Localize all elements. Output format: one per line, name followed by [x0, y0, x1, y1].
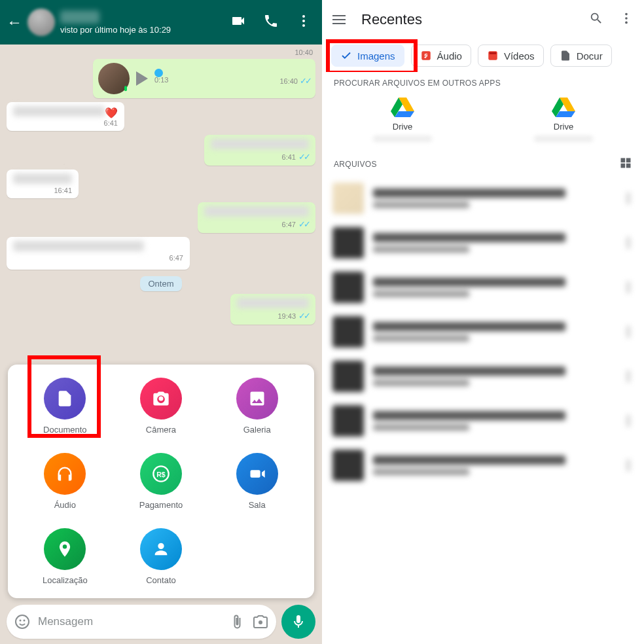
attach-gallery[interactable]: Galeria [209, 378, 305, 435]
attach-label: Áudio [54, 500, 76, 510]
attachment-sheet: Documento Câmera Galeria Áudio R$ Pagame… [8, 365, 314, 598]
app-drive[interactable]: Drive [534, 97, 593, 142]
attach-document[interactable]: Documento [17, 378, 113, 435]
attach-room[interactable]: Sala [209, 453, 305, 510]
read-ticks-icon: ✓✓ [298, 311, 309, 321]
back-arrow-icon[interactable]: ← [7, 13, 22, 31]
app-account [373, 135, 432, 142]
chip-label: Vídeos [504, 50, 535, 62]
svg-rect-15 [490, 52, 497, 54]
attach-label: Documento [43, 425, 86, 435]
file-list[interactable] [322, 176, 644, 488]
voice-record-button[interactable] [281, 605, 315, 639]
menu-icon[interactable] [332, 12, 346, 27]
drive-icon [552, 97, 575, 118]
message-time: 16:41 [13, 187, 72, 194]
contact-info[interactable]: visto por último hoje às 10:29 [60, 10, 225, 35]
incoming-message[interactable]: 16:41 [7, 170, 79, 198]
outgoing-message[interactable]: 19:43✓✓ [230, 294, 315, 325]
attach-location[interactable]: Localização [17, 528, 113, 585]
section-title-files: ARQUIVOS [334, 160, 377, 169]
attach-label: Câmera [146, 425, 176, 435]
svg-text:R$: R$ [156, 471, 166, 478]
app-drive[interactable]: Drive [373, 97, 432, 142]
file-row[interactable] [327, 310, 639, 354]
app-account [534, 135, 593, 142]
filter-chip-row: Imagens Áudio Vídeos Docur [322, 39, 644, 72]
svg-point-2 [302, 24, 305, 27]
incoming-message[interactable]: 6:47 [7, 237, 190, 270]
play-icon[interactable] [136, 71, 148, 86]
attach-contact[interactable]: Contato [113, 528, 209, 585]
contact-avatar[interactable] [27, 9, 55, 36]
audio-icon [420, 50, 432, 62]
date-chip: Ontem [140, 276, 181, 291]
attach-label: Sala [249, 500, 266, 510]
attach-icon[interactable] [229, 614, 245, 630]
chip-label: Áudio [437, 50, 462, 62]
file-row[interactable] [327, 443, 639, 488]
more-icon[interactable] [619, 11, 634, 28]
message-input-bar: Mensagem [7, 605, 315, 639]
emoji-icon[interactable] [14, 614, 30, 630]
more-menu-icon[interactable] [296, 13, 312, 31]
outgoing-message[interactable]: 6:47✓✓ [198, 202, 315, 233]
file-picker-header: Recentes [322, 0, 644, 39]
attach-label: Localização [43, 575, 88, 585]
file-more-icon[interactable] [623, 193, 634, 204]
attach-audio[interactable]: Áudio [17, 453, 113, 510]
file-more-icon[interactable] [623, 371, 634, 382]
attach-label: Contato [146, 575, 176, 585]
doc-icon [560, 50, 571, 62]
incoming-message[interactable]: ❤️ 6:41 [7, 102, 124, 131]
file-row[interactable] [327, 399, 639, 443]
grid-view-icon[interactable] [619, 156, 632, 172]
camera-icon [152, 389, 170, 408]
payment-icon: R$ [152, 465, 170, 483]
message-input[interactable]: Mensagem [7, 605, 276, 639]
outgoing-message[interactable]: 6:41✓✓ [204, 135, 315, 166]
chip-audio[interactable]: Áudio [411, 45, 471, 67]
file-more-icon[interactable] [623, 282, 634, 293]
chip-videos[interactable]: Vídeos [478, 45, 544, 67]
voice-call-icon[interactable] [263, 13, 279, 31]
chip-label: Docur [577, 50, 603, 62]
file-more-icon[interactable] [623, 460, 634, 471]
attach-camera[interactable]: Câmera [113, 378, 209, 435]
svg-rect-13 [421, 51, 431, 60]
file-row[interactable] [327, 354, 639, 399]
page-title: Recentes [361, 11, 573, 28]
message-time: 6:41 [13, 119, 118, 127]
drive-icon [391, 97, 414, 118]
file-row[interactable] [327, 176, 639, 221]
file-picker-pane: Recentes Imagens Áudio Vídeos Docur PROC… [322, 0, 644, 644]
svg-point-11 [625, 17, 628, 20]
video-room-icon [248, 465, 266, 483]
attach-payment[interactable]: R$ Pagamento [113, 453, 209, 510]
svg-point-1 [302, 20, 305, 22]
attach-label: Galeria [243, 425, 271, 435]
file-more-icon[interactable] [623, 238, 634, 248]
file-row[interactable] [327, 265, 639, 310]
headphones-icon [56, 465, 74, 483]
file-more-icon[interactable] [623, 327, 634, 337]
camera-shortcut-icon[interactable] [253, 614, 268, 630]
svg-rect-5 [250, 470, 260, 478]
audio-message-out[interactable]: 0:13 16:40 ✓✓ [93, 59, 315, 98]
read-ticks-icon: ✓✓ [298, 152, 309, 162]
file-row[interactable] [327, 221, 639, 265]
search-icon[interactable] [589, 11, 603, 28]
file-more-icon[interactable] [623, 416, 634, 426]
video-icon [487, 50, 499, 62]
svg-point-6 [16, 615, 29, 628]
svg-point-0 [302, 15, 305, 18]
svg-point-7 [20, 620, 22, 622]
contact-name [60, 10, 99, 24]
video-call-icon[interactable] [230, 13, 246, 31]
message-time: 6:47 [282, 221, 296, 228]
audio-duration: 0:13 [154, 76, 168, 86]
contact-status: visto por último hoje às 10:29 [60, 25, 225, 35]
audio-sender-avatar [98, 63, 130, 94]
other-apps-row: Drive Drive [322, 92, 644, 152]
chip-documents[interactable]: Docur [550, 45, 612, 67]
